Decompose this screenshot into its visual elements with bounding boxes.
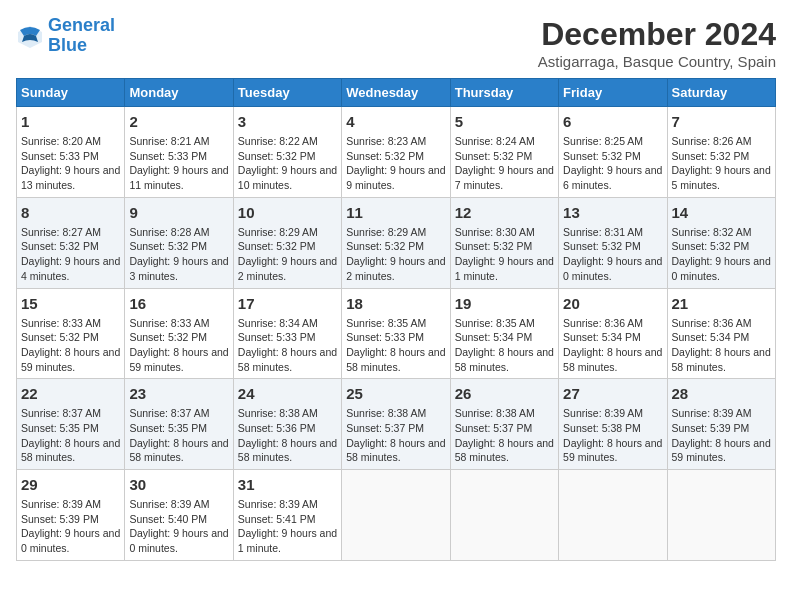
calendar-body: 1Sunrise: 8:20 AMSunset: 5:33 PMDaylight… [17, 107, 776, 561]
day-number: 21 [672, 293, 771, 314]
day-number: 6 [563, 111, 662, 132]
day-info: Sunrise: 8:37 AMSunset: 5:35 PMDaylight:… [21, 406, 120, 465]
day-info: Sunrise: 8:26 AMSunset: 5:32 PMDaylight:… [672, 134, 771, 193]
calendar-cell: 4Sunrise: 8:23 AMSunset: 5:32 PMDaylight… [342, 107, 450, 198]
day-info: Sunrise: 8:22 AMSunset: 5:32 PMDaylight:… [238, 134, 337, 193]
calendar-cell: 31Sunrise: 8:39 AMSunset: 5:41 PMDayligh… [233, 470, 341, 561]
day-number: 2 [129, 111, 228, 132]
calendar-week-2: 8Sunrise: 8:27 AMSunset: 5:32 PMDaylight… [17, 197, 776, 288]
day-info: Sunrise: 8:36 AMSunset: 5:34 PMDaylight:… [672, 316, 771, 375]
calendar-cell: 14Sunrise: 8:32 AMSunset: 5:32 PMDayligh… [667, 197, 775, 288]
calendar-cell [342, 470, 450, 561]
day-number: 17 [238, 293, 337, 314]
logo-line1: General [48, 15, 115, 35]
calendar-table: SundayMondayTuesdayWednesdayThursdayFrid… [16, 78, 776, 561]
day-number: 12 [455, 202, 554, 223]
calendar-cell: 29Sunrise: 8:39 AMSunset: 5:39 PMDayligh… [17, 470, 125, 561]
calendar-cell [450, 470, 558, 561]
day-info: Sunrise: 8:31 AMSunset: 5:32 PMDaylight:… [563, 225, 662, 284]
day-number: 4 [346, 111, 445, 132]
header-cell-friday: Friday [559, 79, 667, 107]
day-number: 16 [129, 293, 228, 314]
day-number: 27 [563, 383, 662, 404]
day-number: 18 [346, 293, 445, 314]
calendar-cell: 19Sunrise: 8:35 AMSunset: 5:34 PMDayligh… [450, 288, 558, 379]
day-number: 13 [563, 202, 662, 223]
day-number: 19 [455, 293, 554, 314]
title-block: December 2024 Astigarraga, Basque Countr… [538, 16, 776, 70]
day-number: 15 [21, 293, 120, 314]
day-info: Sunrise: 8:35 AMSunset: 5:34 PMDaylight:… [455, 316, 554, 375]
day-number: 28 [672, 383, 771, 404]
calendar-week-3: 15Sunrise: 8:33 AMSunset: 5:32 PMDayligh… [17, 288, 776, 379]
day-info: Sunrise: 8:32 AMSunset: 5:32 PMDaylight:… [672, 225, 771, 284]
calendar-cell: 13Sunrise: 8:31 AMSunset: 5:32 PMDayligh… [559, 197, 667, 288]
logo-text: General Blue [48, 16, 115, 56]
day-info: Sunrise: 8:29 AMSunset: 5:32 PMDaylight:… [238, 225, 337, 284]
calendar-cell: 30Sunrise: 8:39 AMSunset: 5:40 PMDayligh… [125, 470, 233, 561]
day-number: 23 [129, 383, 228, 404]
page-title: December 2024 [538, 16, 776, 53]
calendar-cell: 15Sunrise: 8:33 AMSunset: 5:32 PMDayligh… [17, 288, 125, 379]
calendar-cell: 6Sunrise: 8:25 AMSunset: 5:32 PMDaylight… [559, 107, 667, 198]
day-number: 31 [238, 474, 337, 495]
day-info: Sunrise: 8:38 AMSunset: 5:37 PMDaylight:… [455, 406, 554, 465]
day-info: Sunrise: 8:39 AMSunset: 5:41 PMDaylight:… [238, 497, 337, 556]
day-number: 11 [346, 202, 445, 223]
day-info: Sunrise: 8:36 AMSunset: 5:34 PMDaylight:… [563, 316, 662, 375]
calendar-cell: 24Sunrise: 8:38 AMSunset: 5:36 PMDayligh… [233, 379, 341, 470]
day-info: Sunrise: 8:38 AMSunset: 5:37 PMDaylight:… [346, 406, 445, 465]
calendar-cell: 3Sunrise: 8:22 AMSunset: 5:32 PMDaylight… [233, 107, 341, 198]
day-info: Sunrise: 8:37 AMSunset: 5:35 PMDaylight:… [129, 406, 228, 465]
day-number: 8 [21, 202, 120, 223]
day-number: 7 [672, 111, 771, 132]
calendar-cell: 18Sunrise: 8:35 AMSunset: 5:33 PMDayligh… [342, 288, 450, 379]
calendar-cell: 17Sunrise: 8:34 AMSunset: 5:33 PMDayligh… [233, 288, 341, 379]
logo-icon [16, 22, 44, 50]
day-info: Sunrise: 8:30 AMSunset: 5:32 PMDaylight:… [455, 225, 554, 284]
day-number: 24 [238, 383, 337, 404]
calendar-cell: 28Sunrise: 8:39 AMSunset: 5:39 PMDayligh… [667, 379, 775, 470]
day-info: Sunrise: 8:39 AMSunset: 5:40 PMDaylight:… [129, 497, 228, 556]
header-cell-wednesday: Wednesday [342, 79, 450, 107]
day-number: 14 [672, 202, 771, 223]
day-info: Sunrise: 8:21 AMSunset: 5:33 PMDaylight:… [129, 134, 228, 193]
calendar-cell: 1Sunrise: 8:20 AMSunset: 5:33 PMDaylight… [17, 107, 125, 198]
calendar-week-5: 29Sunrise: 8:39 AMSunset: 5:39 PMDayligh… [17, 470, 776, 561]
day-info: Sunrise: 8:38 AMSunset: 5:36 PMDaylight:… [238, 406, 337, 465]
calendar-cell: 8Sunrise: 8:27 AMSunset: 5:32 PMDaylight… [17, 197, 125, 288]
calendar-cell: 21Sunrise: 8:36 AMSunset: 5:34 PMDayligh… [667, 288, 775, 379]
day-info: Sunrise: 8:34 AMSunset: 5:33 PMDaylight:… [238, 316, 337, 375]
header-row: SundayMondayTuesdayWednesdayThursdayFrid… [17, 79, 776, 107]
day-info: Sunrise: 8:27 AMSunset: 5:32 PMDaylight:… [21, 225, 120, 284]
calendar-cell: 16Sunrise: 8:33 AMSunset: 5:32 PMDayligh… [125, 288, 233, 379]
day-number: 5 [455, 111, 554, 132]
day-info: Sunrise: 8:23 AMSunset: 5:32 PMDaylight:… [346, 134, 445, 193]
header-cell-sunday: Sunday [17, 79, 125, 107]
calendar-cell: 25Sunrise: 8:38 AMSunset: 5:37 PMDayligh… [342, 379, 450, 470]
calendar-cell [667, 470, 775, 561]
day-number: 3 [238, 111, 337, 132]
calendar-cell: 5Sunrise: 8:24 AMSunset: 5:32 PMDaylight… [450, 107, 558, 198]
calendar-cell: 11Sunrise: 8:29 AMSunset: 5:32 PMDayligh… [342, 197, 450, 288]
calendar-cell: 7Sunrise: 8:26 AMSunset: 5:32 PMDaylight… [667, 107, 775, 198]
calendar-header: SundayMondayTuesdayWednesdayThursdayFrid… [17, 79, 776, 107]
day-number: 20 [563, 293, 662, 314]
day-info: Sunrise: 8:29 AMSunset: 5:32 PMDaylight:… [346, 225, 445, 284]
calendar-cell: 20Sunrise: 8:36 AMSunset: 5:34 PMDayligh… [559, 288, 667, 379]
calendar-cell: 26Sunrise: 8:38 AMSunset: 5:37 PMDayligh… [450, 379, 558, 470]
header-cell-thursday: Thursday [450, 79, 558, 107]
day-info: Sunrise: 8:39 AMSunset: 5:38 PMDaylight:… [563, 406, 662, 465]
day-number: 26 [455, 383, 554, 404]
day-info: Sunrise: 8:20 AMSunset: 5:33 PMDaylight:… [21, 134, 120, 193]
day-info: Sunrise: 8:28 AMSunset: 5:32 PMDaylight:… [129, 225, 228, 284]
day-number: 10 [238, 202, 337, 223]
logo: General Blue [16, 16, 115, 56]
day-info: Sunrise: 8:25 AMSunset: 5:32 PMDaylight:… [563, 134, 662, 193]
calendar-cell: 22Sunrise: 8:37 AMSunset: 5:35 PMDayligh… [17, 379, 125, 470]
day-info: Sunrise: 8:39 AMSunset: 5:39 PMDaylight:… [21, 497, 120, 556]
day-number: 9 [129, 202, 228, 223]
calendar-cell: 23Sunrise: 8:37 AMSunset: 5:35 PMDayligh… [125, 379, 233, 470]
day-info: Sunrise: 8:24 AMSunset: 5:32 PMDaylight:… [455, 134, 554, 193]
page-subtitle: Astigarraga, Basque Country, Spain [538, 53, 776, 70]
